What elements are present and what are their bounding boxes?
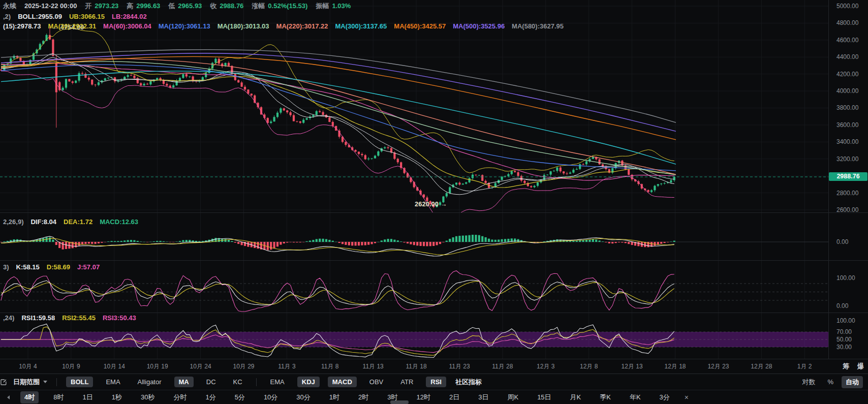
panel-separator xyxy=(0,313,868,313)
chip-button-爆[interactable]: 爆 xyxy=(857,362,864,371)
price-axis-label: 3400.00 xyxy=(836,138,858,145)
time-tick: 11月 23 xyxy=(449,362,470,371)
price-axis-label: 4600.00 xyxy=(836,37,858,44)
j-line xyxy=(1,271,674,312)
time-tick: 1月 2 xyxy=(797,362,812,371)
community-label: 社区指标 xyxy=(455,378,482,387)
rsi-axis-label: 30.00 xyxy=(836,344,852,351)
timeframe-button-8时[interactable]: 8时 xyxy=(49,391,68,403)
time-tick: 11月 8 xyxy=(321,362,338,371)
timeframe-button-1秒[interactable]: 1秒 xyxy=(108,391,126,403)
edit-icon xyxy=(0,379,7,386)
timeframe-button-1分[interactable]: 1分 xyxy=(201,391,220,403)
time-tick: 12月 3 xyxy=(537,362,554,371)
rsi-axis-label: 70.00 xyxy=(836,328,852,335)
time-tick: 10月 24 xyxy=(190,362,211,371)
sub-indicator-button-kdj[interactable]: KDJ xyxy=(297,377,320,387)
time-tick: 12月 18 xyxy=(664,362,686,371)
timeframe-button-4时[interactable]: 4时 xyxy=(20,391,39,403)
panel-separator xyxy=(0,359,868,359)
sub-indicator-button-obv[interactable]: OBV xyxy=(365,377,388,387)
price-axis-label: 4800.00 xyxy=(836,19,858,26)
scroll-left-icon[interactable] xyxy=(7,395,10,399)
indicator-button-kc[interactable]: KC xyxy=(229,377,247,387)
time-axis[interactable]: 10月 410月 910月 1410月 1910月 2410月 2911月 31… xyxy=(0,359,868,374)
timeframe-button-10分[interactable]: 10分 xyxy=(260,391,282,403)
main-indicator-group: BOLLEMAAlligatorMADCKC xyxy=(66,377,247,387)
kdj-panel[interactable] xyxy=(0,261,828,313)
timeframe-button-30分[interactable]: 30分 xyxy=(292,391,314,403)
dif-line xyxy=(1,236,674,256)
timeframe-button-2时[interactable]: 2时 xyxy=(354,391,373,403)
boll-upper-line xyxy=(1,28,674,173)
timeframe-button-1日[interactable]: 1日 xyxy=(78,391,97,403)
timeframe-button-2日[interactable]: 2日 xyxy=(445,391,463,403)
timeframe-button-1时[interactable]: 1时 xyxy=(325,391,344,403)
rsi-panel[interactable] xyxy=(0,313,828,359)
scale-controls: 对数%自动 xyxy=(798,376,868,388)
date-range-button[interactable]: 日期范围 xyxy=(13,378,47,387)
price-axis-label: 4200.00 xyxy=(836,71,858,78)
scale-button-%[interactable]: % xyxy=(823,377,838,387)
price-axis-label: 5000.00 xyxy=(836,3,858,10)
sub-indicator-button-rsi[interactable]: RSI xyxy=(426,377,446,387)
timeframe-button-3日[interactable]: 3日 xyxy=(474,391,492,403)
timeframe-button-年K[interactable]: 年K xyxy=(626,391,645,403)
indicator-button-alligator[interactable]: Alligator xyxy=(133,377,166,387)
timeframe-button-分时[interactable]: 分时 xyxy=(169,391,191,403)
d-line xyxy=(1,281,674,304)
indicator-button-boll[interactable]: BOLL xyxy=(66,377,93,387)
k-line xyxy=(1,280,674,305)
panel-separator xyxy=(0,212,868,213)
timeframe-toolbar: 4时8时1日1秒30秒分时1分5分10分30分1时2时3时12时2日3日周K15… xyxy=(0,390,868,404)
timeframe-button-30秒[interactable]: 30秒 xyxy=(137,391,159,403)
sub-indicator-button-macd[interactable]: MACD xyxy=(328,377,357,387)
indicator-button-ma[interactable]: MA xyxy=(174,377,194,387)
price-chart[interactable] xyxy=(0,0,828,212)
toolbar-divider xyxy=(256,378,257,386)
time-tick: 10月 19 xyxy=(147,362,168,371)
price-axis-label: 4400.00 xyxy=(836,53,858,60)
close-icon[interactable]: × xyxy=(685,393,689,401)
indicator-toolbar: 日期范围 BOLLEMAAlligatorMADCKC EMAKDJMACDOB… xyxy=(0,374,868,390)
timeframe-button-12时[interactable]: 12时 xyxy=(413,391,435,403)
time-tick: 11月 3 xyxy=(278,362,295,371)
sub-indicator-button-ema[interactable]: EMA xyxy=(266,377,289,387)
timeframe-button-季K[interactable]: 季K xyxy=(596,391,615,403)
kdj-axis-label: 0.00 xyxy=(836,302,848,309)
timeframe-scroll-handle[interactable] xyxy=(390,400,409,404)
panel-separator xyxy=(0,260,868,261)
indicator-button-dc[interactable]: DC xyxy=(202,377,221,387)
time-tick: 10月 29 xyxy=(233,362,254,371)
price-axis-label: 2800.00 xyxy=(836,190,858,197)
date-range-label: 日期范围 xyxy=(13,378,40,387)
timeframe-button-月K[interactable]: 月K xyxy=(566,391,585,403)
time-axis-buttons: 筹爆 xyxy=(843,362,864,371)
price-axis-label: 3800.00 xyxy=(836,104,858,111)
kdj-axis-label: 100.00 xyxy=(836,274,855,282)
chip-button-筹[interactable]: 筹 xyxy=(843,362,849,371)
toolbar-divider xyxy=(56,378,57,386)
time-tick: 10月 4 xyxy=(19,362,37,371)
ma580-line xyxy=(1,50,676,123)
sub-indicator-button-atr[interactable]: ATR xyxy=(396,377,418,387)
macd-panel[interactable] xyxy=(0,213,828,260)
timeframe-button-3分[interactable]: 3分 xyxy=(656,391,674,403)
community-indicators-button[interactable]: 社区指标 xyxy=(455,378,482,387)
timeframe-button-5分[interactable]: 5分 xyxy=(231,391,249,403)
price-axis-label: 3200.00 xyxy=(836,156,858,163)
timeframe-button-周K[interactable]: 周K xyxy=(503,391,522,403)
price-axis-label: 4000.00 xyxy=(836,87,858,95)
sub-indicator-group: EMAKDJMACDOBVATRRSI xyxy=(266,377,446,387)
indicator-button-ema[interactable]: EMA xyxy=(101,377,125,387)
scale-button-对数[interactable]: 对数 xyxy=(798,376,819,388)
time-tick: 10月 14 xyxy=(104,362,125,371)
time-tick: 12月 8 xyxy=(580,362,598,371)
time-tick: 10月 9 xyxy=(62,362,80,371)
macd-axis-label: 0.00 xyxy=(836,238,848,245)
ma300-line xyxy=(1,71,676,164)
scale-button-自动[interactable]: 自动 xyxy=(842,376,863,388)
timeframe-button-15日[interactable]: 15日 xyxy=(533,391,555,403)
time-tick: 12月 23 xyxy=(707,362,729,371)
time-tick: 11月 13 xyxy=(363,362,384,371)
